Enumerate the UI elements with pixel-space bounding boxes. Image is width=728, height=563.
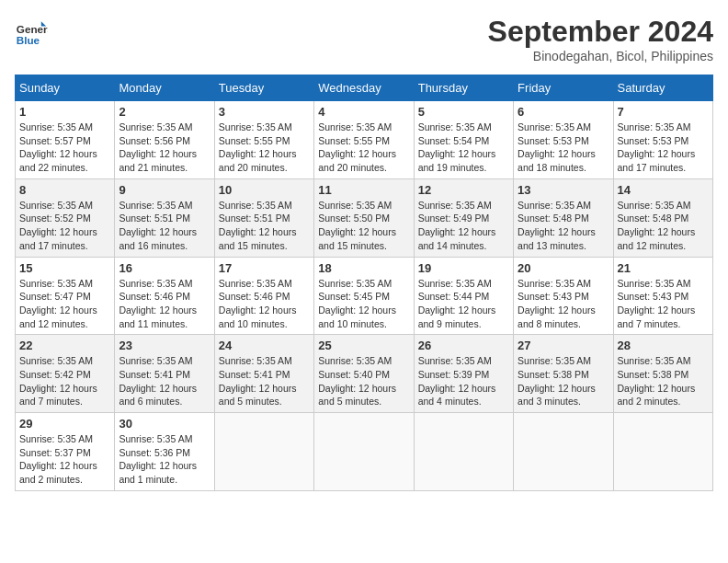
calendar-day-cell: 12 Sunrise: 5:35 AM Sunset: 5:49 PM Dayl… bbox=[414, 178, 513, 257]
day-number: 15 bbox=[19, 261, 110, 275]
day-number: 23 bbox=[119, 339, 210, 352]
day-number: 10 bbox=[219, 183, 310, 197]
calendar-week-row: 8 Sunrise: 5:35 AM Sunset: 5:52 PM Dayli… bbox=[16, 178, 713, 257]
day-info: Sunrise: 5:35 AM Sunset: 5:40 PM Dayligh… bbox=[318, 354, 409, 408]
calendar-day-cell: 4 Sunrise: 5:35 AM Sunset: 5:55 PM Dayli… bbox=[314, 101, 414, 179]
day-number: 13 bbox=[518, 183, 609, 197]
day-info: Sunrise: 5:35 AM Sunset: 5:53 PM Dayligh… bbox=[618, 121, 709, 175]
calendar-day-cell: 7 Sunrise: 5:35 AM Sunset: 5:53 PM Dayli… bbox=[613, 101, 712, 179]
weekday-header-sunday: Sunday bbox=[16, 75, 115, 101]
day-info: Sunrise: 5:35 AM Sunset: 5:38 PM Dayligh… bbox=[518, 354, 609, 408]
calendar-day-cell: 6 Sunrise: 5:35 AM Sunset: 5:53 PM Dayli… bbox=[514, 101, 613, 179]
calendar-day-cell: 15 Sunrise: 5:35 AM Sunset: 5:47 PM Dayl… bbox=[16, 257, 115, 335]
calendar-day-cell: 19 Sunrise: 5:35 AM Sunset: 5:44 PM Dayl… bbox=[414, 257, 513, 335]
weekday-header-friday: Friday bbox=[514, 75, 613, 101]
calendar-day-cell bbox=[613, 413, 712, 491]
day-info: Sunrise: 5:35 AM Sunset: 5:44 PM Dayligh… bbox=[418, 277, 509, 331]
calendar-day-cell: 2 Sunrise: 5:35 AM Sunset: 5:56 PM Dayli… bbox=[115, 101, 214, 179]
day-number: 17 bbox=[219, 261, 310, 275]
calendar-day-cell: 24 Sunrise: 5:35 AM Sunset: 5:41 PM Dayl… bbox=[214, 335, 313, 413]
day-info: Sunrise: 5:35 AM Sunset: 5:39 PM Dayligh… bbox=[418, 354, 509, 408]
day-info: Sunrise: 5:35 AM Sunset: 5:46 PM Dayligh… bbox=[119, 277, 210, 331]
day-info: Sunrise: 5:35 AM Sunset: 5:55 PM Dayligh… bbox=[219, 121, 310, 175]
day-info: Sunrise: 5:35 AM Sunset: 5:48 PM Dayligh… bbox=[518, 199, 609, 253]
day-info: Sunrise: 5:35 AM Sunset: 5:56 PM Dayligh… bbox=[119, 121, 210, 175]
calendar-day-cell: 3 Sunrise: 5:35 AM Sunset: 5:55 PM Dayli… bbox=[214, 101, 313, 179]
weekday-header-wednesday: Wednesday bbox=[314, 75, 414, 101]
day-number: 9 bbox=[119, 183, 210, 197]
weekday-header-thursday: Thursday bbox=[414, 75, 513, 101]
day-info: Sunrise: 5:35 AM Sunset: 5:43 PM Dayligh… bbox=[618, 277, 709, 331]
calendar-day-cell: 22 Sunrise: 5:35 AM Sunset: 5:42 PM Dayl… bbox=[16, 335, 115, 413]
day-info: Sunrise: 5:35 AM Sunset: 5:50 PM Dayligh… bbox=[318, 199, 409, 253]
day-number: 25 bbox=[318, 339, 409, 352]
calendar-day-cell: 11 Sunrise: 5:35 AM Sunset: 5:50 PM Dayl… bbox=[314, 178, 414, 257]
day-info: Sunrise: 5:35 AM Sunset: 5:45 PM Dayligh… bbox=[318, 277, 409, 331]
calendar-day-cell: 13 Sunrise: 5:35 AM Sunset: 5:48 PM Dayl… bbox=[514, 178, 613, 257]
calendar-table: SundayMondayTuesdayWednesdayThursdayFrid… bbox=[15, 75, 713, 491]
day-info: Sunrise: 5:35 AM Sunset: 5:37 PM Dayligh… bbox=[19, 432, 110, 487]
month-title: September 2024 bbox=[488, 15, 713, 49]
calendar-day-cell: 29 Sunrise: 5:35 AM Sunset: 5:37 PM Dayl… bbox=[16, 413, 115, 491]
calendar-day-cell: 9 Sunrise: 5:35 AM Sunset: 5:51 PM Dayli… bbox=[115, 178, 214, 257]
logo-icon: General Blue bbox=[15, 15, 48, 48]
calendar-day-cell: 23 Sunrise: 5:35 AM Sunset: 5:41 PM Dayl… bbox=[115, 335, 214, 413]
page-header: General Blue September 2024 Binodegahan,… bbox=[15, 15, 713, 63]
calendar-day-cell: 27 Sunrise: 5:35 AM Sunset: 5:38 PM Dayl… bbox=[514, 335, 613, 413]
calendar-day-cell: 14 Sunrise: 5:35 AM Sunset: 5:48 PM Dayl… bbox=[613, 178, 712, 257]
location-subtitle: Binodegahan, Bicol, Philippines bbox=[488, 49, 713, 63]
day-number: 24 bbox=[219, 339, 310, 352]
title-area: September 2024 Binodegahan, Bicol, Phili… bbox=[488, 15, 713, 63]
day-info: Sunrise: 5:35 AM Sunset: 5:36 PM Dayligh… bbox=[119, 432, 210, 487]
day-number: 11 bbox=[318, 183, 409, 197]
day-number: 29 bbox=[19, 417, 110, 431]
day-info: Sunrise: 5:35 AM Sunset: 5:55 PM Dayligh… bbox=[318, 121, 409, 175]
day-info: Sunrise: 5:35 AM Sunset: 5:57 PM Dayligh… bbox=[19, 121, 110, 175]
weekday-header-saturday: Saturday bbox=[613, 75, 712, 101]
day-number: 6 bbox=[518, 105, 609, 119]
calendar-day-cell: 30 Sunrise: 5:35 AM Sunset: 5:36 PM Dayl… bbox=[115, 413, 214, 491]
day-number: 22 bbox=[19, 339, 110, 352]
calendar-day-cell bbox=[414, 413, 513, 491]
calendar-day-cell: 20 Sunrise: 5:35 AM Sunset: 5:43 PM Dayl… bbox=[514, 257, 613, 335]
calendar-week-row: 29 Sunrise: 5:35 AM Sunset: 5:37 PM Dayl… bbox=[16, 413, 713, 491]
day-number: 1 bbox=[19, 105, 110, 119]
day-info: Sunrise: 5:35 AM Sunset: 5:51 PM Dayligh… bbox=[119, 199, 210, 253]
day-info: Sunrise: 5:35 AM Sunset: 5:38 PM Dayligh… bbox=[618, 354, 709, 408]
day-info: Sunrise: 5:35 AM Sunset: 5:48 PM Dayligh… bbox=[618, 199, 709, 253]
day-number: 8 bbox=[19, 183, 110, 197]
day-info: Sunrise: 5:35 AM Sunset: 5:46 PM Dayligh… bbox=[219, 277, 310, 331]
day-info: Sunrise: 5:35 AM Sunset: 5:49 PM Dayligh… bbox=[418, 199, 509, 253]
day-info: Sunrise: 5:35 AM Sunset: 5:51 PM Dayligh… bbox=[219, 199, 310, 253]
calendar-day-cell: 8 Sunrise: 5:35 AM Sunset: 5:52 PM Dayli… bbox=[16, 178, 115, 257]
calendar-day-cell: 21 Sunrise: 5:35 AM Sunset: 5:43 PM Dayl… bbox=[613, 257, 712, 335]
calendar-week-row: 15 Sunrise: 5:35 AM Sunset: 5:47 PM Dayl… bbox=[16, 257, 713, 335]
day-number: 21 bbox=[618, 261, 709, 275]
calendar-day-cell: 10 Sunrise: 5:35 AM Sunset: 5:51 PM Dayl… bbox=[214, 178, 313, 257]
day-info: Sunrise: 5:35 AM Sunset: 5:52 PM Dayligh… bbox=[19, 199, 110, 253]
day-number: 2 bbox=[119, 105, 210, 119]
calendar-day-cell: 17 Sunrise: 5:35 AM Sunset: 5:46 PM Dayl… bbox=[214, 257, 313, 335]
day-info: Sunrise: 5:35 AM Sunset: 5:42 PM Dayligh… bbox=[19, 354, 110, 408]
calendar-day-cell: 5 Sunrise: 5:35 AM Sunset: 5:54 PM Dayli… bbox=[414, 101, 513, 179]
day-info: Sunrise: 5:35 AM Sunset: 5:47 PM Dayligh… bbox=[19, 277, 110, 331]
day-number: 27 bbox=[518, 339, 609, 352]
day-info: Sunrise: 5:35 AM Sunset: 5:43 PM Dayligh… bbox=[518, 277, 609, 331]
weekday-header-monday: Monday bbox=[115, 75, 214, 101]
day-number: 5 bbox=[418, 105, 509, 119]
calendar-day-cell bbox=[314, 413, 414, 491]
day-info: Sunrise: 5:35 AM Sunset: 5:54 PM Dayligh… bbox=[418, 121, 509, 175]
day-number: 20 bbox=[518, 261, 609, 275]
day-number: 18 bbox=[318, 261, 409, 275]
calendar-day-cell: 1 Sunrise: 5:35 AM Sunset: 5:57 PM Dayli… bbox=[16, 101, 115, 179]
day-info: Sunrise: 5:35 AM Sunset: 5:41 PM Dayligh… bbox=[219, 354, 310, 408]
day-info: Sunrise: 5:35 AM Sunset: 5:53 PM Dayligh… bbox=[518, 121, 609, 175]
calendar-day-cell: 26 Sunrise: 5:35 AM Sunset: 5:39 PM Dayl… bbox=[414, 335, 513, 413]
day-number: 16 bbox=[119, 261, 210, 275]
day-number: 12 bbox=[418, 183, 509, 197]
day-number: 30 bbox=[119, 417, 210, 431]
day-number: 14 bbox=[618, 183, 709, 197]
day-number: 19 bbox=[418, 261, 509, 275]
calendar-day-cell: 25 Sunrise: 5:35 AM Sunset: 5:40 PM Dayl… bbox=[314, 335, 414, 413]
calendar-week-row: 1 Sunrise: 5:35 AM Sunset: 5:57 PM Dayli… bbox=[16, 101, 713, 179]
